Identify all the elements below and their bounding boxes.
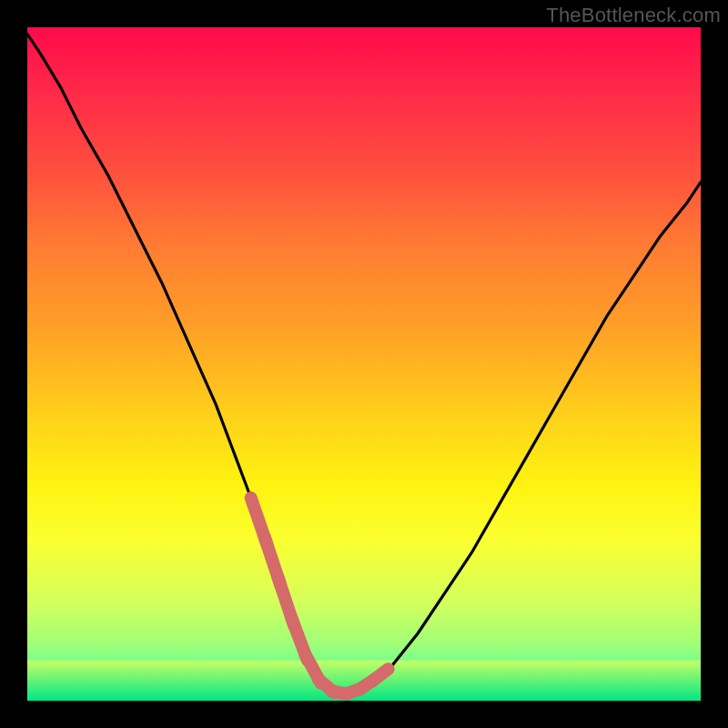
chart-frame: TheBottleneck.com: [0, 0, 728, 728]
gradient-background: [27, 27, 701, 701]
chart-svg: [27, 27, 701, 701]
attribution-text: TheBottleneck.com: [546, 4, 721, 27]
plot-area: [27, 27, 701, 701]
